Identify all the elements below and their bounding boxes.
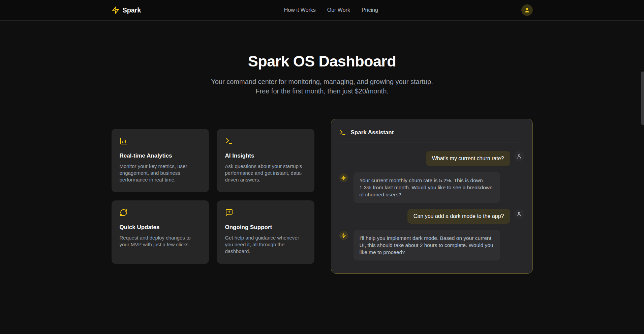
feature-title: AI Insights	[225, 152, 306, 159]
user-avatar	[514, 151, 524, 161]
message-square-plus-icon	[225, 208, 306, 217]
navbar: Spark How it Works Our Work Pricing	[0, 0, 644, 21]
feature-grid: Real-time Analytics Monitor your key met…	[112, 129, 314, 264]
account-avatar-button[interactable]	[521, 4, 533, 16]
zap-icon	[341, 175, 346, 180]
assistant-panel-header: Spark Assistant	[339, 127, 524, 142]
assistant-message-bubble: Your current monthly churn rate is 5.2%.…	[354, 172, 500, 203]
page-scrollbar-thumb[interactable]	[641, 72, 644, 125]
zap-icon	[112, 6, 120, 14]
nav-link-pricing[interactable]: Pricing	[362, 7, 378, 13]
brand-logo[interactable]: Spark	[112, 6, 141, 14]
feature-card-ai-insights: AI Insights Ask questions about your sta…	[217, 129, 314, 192]
user-avatar	[514, 209, 524, 219]
navbar-inner: Spark How it Works Our Work Pricing	[112, 4, 533, 16]
nav-link-our-work[interactable]: Our Work	[327, 7, 350, 13]
feature-card-ongoing-support: Ongoing Support Get help and guidance wh…	[217, 200, 314, 264]
feature-description: Monitor your key metrics, user engagemen…	[120, 163, 201, 183]
feature-card-real-time-analytics: Real-time Analytics Monitor your key met…	[112, 129, 209, 192]
user-message-bubble: Can you add a dark mode to the app?	[407, 209, 510, 224]
chat-message-assistant: I'll help you implement dark mode. Based…	[339, 230, 524, 260]
user-icon	[516, 154, 522, 159]
terminal-icon	[225, 137, 306, 145]
zap-icon	[341, 233, 346, 238]
feature-title: Quick Updates	[120, 224, 201, 231]
page-title: Spark OS Dashboard	[0, 53, 644, 70]
user-icon	[516, 211, 522, 217]
user-icon	[524, 7, 530, 13]
page-subtitle: Your command center for monitoring, mana…	[204, 77, 440, 96]
assistant-message-bubble: I'll help you implement dark mode. Based…	[354, 230, 500, 260]
feature-title: Ongoing Support	[225, 224, 306, 231]
chart-column-icon	[120, 137, 201, 145]
assistant-avatar	[339, 231, 348, 240]
terminal-icon	[339, 129, 346, 136]
feature-description: Ask questions about your startup's perfo…	[225, 163, 306, 183]
user-message-bubble: What's my current churn rate?	[426, 151, 510, 166]
assistant-avatar	[339, 173, 348, 182]
chat-message-user: Can you add a dark mode to the app?	[339, 209, 524, 224]
brand-name: Spark	[123, 6, 141, 14]
spark-assistant-panel: Spark Assistant What's my current churn …	[331, 119, 533, 274]
refresh-icon	[120, 208, 201, 217]
main-content: Real-time Analytics Monitor your key met…	[112, 119, 533, 274]
feature-description: Get help and guidance whenever you need …	[225, 234, 306, 255]
nav-links: How it Works Our Work Pricing	[284, 7, 378, 13]
chat-message-assistant: Your current monthly churn rate is 5.2%.…	[339, 172, 524, 203]
nav-link-how-it-works[interactable]: How it Works	[284, 7, 316, 13]
feature-description: Request and deploy changes to your MVP w…	[120, 234, 201, 248]
hero-section: Spark OS Dashboard Your command center f…	[0, 21, 644, 96]
assistant-panel-title: Spark Assistant	[351, 129, 394, 136]
feature-card-quick-updates: Quick Updates Request and deploy changes…	[112, 200, 209, 264]
chat-message-user: What's my current churn rate?	[339, 151, 524, 166]
feature-title: Real-time Analytics	[120, 152, 201, 159]
message-list: What's my current churn rate? Your curre…	[339, 151, 524, 265]
